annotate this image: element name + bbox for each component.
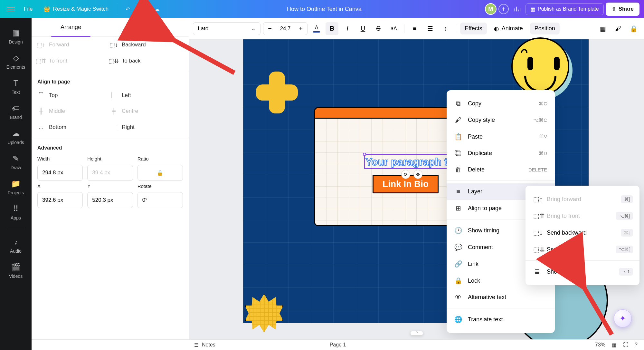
avatar[interactable]: M [485, 3, 497, 15]
animate-button[interactable]: ◐Animate [489, 23, 527, 35]
paragraph-text[interactable]: Your paragraph t [365, 156, 448, 168]
align-top[interactable]: ⎴Top [37, 87, 110, 103]
rail-videos[interactable]: 🎬Videos [0, 258, 32, 283]
resize-button[interactable]: 👑Resize & Magic Switch [39, 3, 113, 15]
tab-arrange[interactable]: Arrange [32, 18, 110, 36]
cloud-sync-icon[interactable]: ☁ [151, 3, 164, 15]
copy-style-icon[interactable]: 🖌 [612, 22, 625, 35]
list-button[interactable]: ☰ [424, 22, 437, 35]
help-icon[interactable]: ? [635, 342, 638, 348]
ratio-label: Ratio [137, 156, 183, 161]
rail-projects[interactable]: 📁Projects [0, 175, 32, 200]
sub-bring-front[interactable]: ⬚⇈Bring to front⌥⌘] [526, 208, 639, 224]
sun-shape[interactable] [245, 294, 283, 333]
underline-button[interactable]: U [356, 22, 369, 35]
bold-button[interactable]: B [326, 22, 338, 35]
align-right-icon: ⎹ [110, 124, 117, 131]
fullscreen-icon[interactable]: ⛶ [623, 342, 628, 348]
width-input[interactable] [37, 165, 83, 181]
align-button[interactable]: ≡ [408, 22, 421, 35]
rotate-handle-icon[interactable]: ⟳ [401, 170, 410, 179]
effects-button[interactable]: Effects [460, 23, 487, 34]
backward-button[interactable]: ⬚↓Backward [110, 37, 183, 53]
size-decrease[interactable]: − [263, 23, 276, 35]
trash-icon: 🗑 [454, 166, 462, 173]
move-handle-icon[interactable]: ✥ [413, 170, 422, 179]
rail-uploads[interactable]: ☁Uploads [0, 124, 32, 150]
layer-submenu: ⬚↑Bring forward⌘] ⬚⇈Bring to front⌥⌘] ⬚↓… [526, 186, 639, 285]
undo-icon[interactable]: ↶ [121, 3, 134, 15]
plus-shape[interactable] [256, 72, 298, 113]
font-select[interactable]: Lato⌄ [193, 22, 260, 35]
size-input[interactable] [276, 23, 294, 35]
align-icon: ⊞ [454, 204, 462, 212]
ctx-delete[interactable]: 🗑DeleteDELETE [447, 161, 555, 178]
alt-text-icon: 👁 [454, 294, 462, 301]
text-color-icon[interactable]: A [310, 22, 323, 35]
tab-layers[interactable]: Layers [110, 18, 189, 36]
strikethrough-button[interactable]: S [372, 22, 385, 35]
sub-show-layers[interactable]: ≣Show layers⌥1 [526, 263, 639, 280]
publish-button[interactable]: ▦Publish as Brand Template [526, 3, 604, 15]
rotate-input[interactable] [137, 192, 183, 208]
font-size-stepper: − + [263, 22, 308, 35]
page-indicator[interactable]: Page 1 [330, 342, 346, 348]
lock-icon[interactable]: 🔒 [627, 22, 640, 35]
forward-button[interactable]: ⬚↑Forward [37, 37, 110, 53]
rail-apps[interactable]: ⠿Apps [0, 200, 32, 225]
sub-send-backward[interactable]: ⬚↓Send backward⌘[ [526, 224, 639, 241]
y-label: Y [87, 183, 133, 189]
italic-button[interactable]: I [341, 22, 354, 35]
share-label: Share [619, 6, 634, 12]
link-bio-button[interactable]: ⟳ ✥ Link In Bio [373, 175, 439, 193]
add-member-button[interactable]: + [498, 4, 509, 14]
duplicate-icon: ⿻ [454, 150, 462, 157]
align-left[interactable]: ⎸Left [110, 87, 183, 103]
height-input[interactable] [87, 165, 133, 181]
canvas-area: Lato⌄ − + A B I U S aA ≡ ☰ ↕ Effects ◐An… [189, 18, 644, 339]
zoom-level[interactable]: 73% [595, 342, 605, 348]
align-right[interactable]: ⎹Right [110, 119, 183, 135]
ctx-copy[interactable]: ⧉Copy⌘C [447, 95, 555, 112]
ctx-duplicate[interactable]: ⿻Duplicate⌘D [447, 145, 555, 161]
animate-icon: ◐ [494, 25, 499, 32]
align-centre[interactable]: ┿Centre [110, 103, 183, 119]
y-input[interactable] [87, 192, 133, 208]
bring-forward-icon: ⬚↑ [533, 195, 541, 203]
page-collapse[interactable]: ⌃ [410, 331, 423, 335]
document-title[interactable]: How to Outline Text in Canva [166, 6, 483, 13]
redo-icon[interactable]: ↷ [136, 3, 149, 15]
to-front-button[interactable]: ⬚⇈To front [37, 53, 110, 69]
ctx-alt[interactable]: 👁Alternative text [447, 289, 555, 306]
rail-draw[interactable]: ✎Draw [0, 150, 32, 175]
ratio-lock[interactable]: 🔒 [137, 165, 183, 181]
grid-view-icon[interactable]: ▦ [612, 342, 617, 348]
file-menu[interactable]: File [19, 3, 37, 15]
position-button[interactable]: Position [530, 23, 560, 34]
rail-elements[interactable]: ◇Elements [0, 49, 32, 74]
ctx-paste[interactable]: 📋Paste⌘V [447, 128, 555, 145]
rail-audio[interactable]: ♪Audio [0, 233, 32, 258]
text-toolbar: Lato⌄ − + A B I U S aA ≡ ☰ ↕ Effects ◐An… [189, 18, 644, 39]
rail-design[interactable]: ▦Design [0, 24, 32, 49]
ai-assist-button[interactable]: ✦ [614, 309, 632, 327]
x-input[interactable] [37, 192, 83, 208]
text-case-button[interactable]: aA [387, 22, 400, 35]
share-button[interactable]: ⇧Share [606, 3, 639, 16]
sub-send-back[interactable]: ⬚⇊Send to back⌥⌘[ [526, 241, 639, 258]
rail-brand[interactable]: 🏷Brand [0, 99, 32, 124]
notes-button[interactable]: Notes [202, 342, 215, 348]
size-increase[interactable]: + [294, 23, 307, 35]
sub-bring-forward[interactable]: ⬚↑Bring forward⌘] [526, 191, 639, 208]
insights-icon[interactable] [511, 3, 524, 15]
align-bottom[interactable]: ⎵Bottom [37, 119, 110, 135]
to-back-button[interactable]: ⬚⇊To back [110, 53, 183, 69]
ctx-translate[interactable]: 🌐Translate text [447, 311, 555, 328]
rail-text[interactable]: TText [0, 74, 32, 99]
transparency-icon[interactable]: ▦ [596, 22, 609, 35]
ctx-copy-style[interactable]: 🖌Copy style⌥⌘C [447, 112, 555, 128]
menu-icon[interactable] [5, 3, 17, 15]
align-middle[interactable]: ╂Middle [37, 103, 110, 119]
spacing-button[interactable]: ↕ [439, 22, 452, 35]
left-rail: ▦Design ◇Elements TText 🏷Brand ☁Uploads … [0, 18, 32, 350]
